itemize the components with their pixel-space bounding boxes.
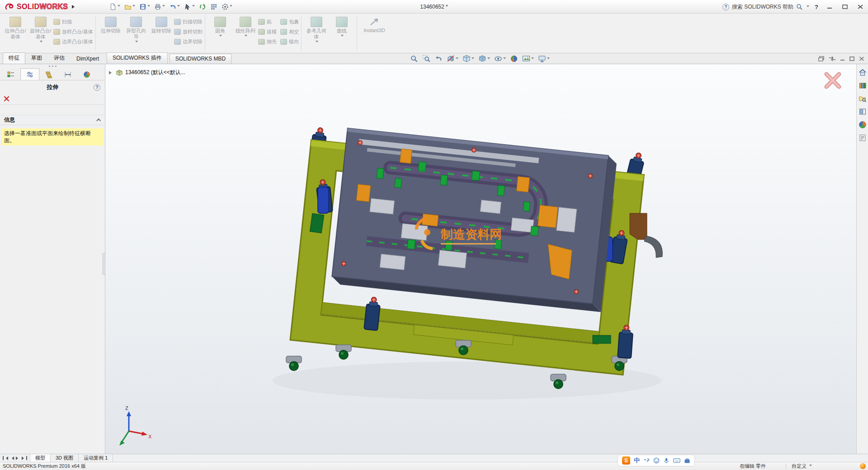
shell-button[interactable]: 抽壳 <box>258 38 277 45</box>
property-manager-help-icon[interactable]: ? <box>94 84 100 91</box>
tab-addins[interactable]: SOLIDWORKS 插件 <box>107 52 168 64</box>
doc-window-minimize-icon[interactable] <box>840 56 845 61</box>
mirror-button[interactable]: 镜向 <box>280 38 299 45</box>
feature-tree-overlay[interactable]: 13460652 (默认<<默认... <box>109 69 185 76</box>
tab-sketch[interactable]: 草图 <box>25 52 48 64</box>
view-orientation-button[interactable] <box>462 54 475 63</box>
confirmation-corner-cancel-icon[interactable] <box>823 70 843 90</box>
chevron-down-icon[interactable] <box>807 5 809 9</box>
file-explorer-icon[interactable] <box>859 95 866 102</box>
panel-splitter-handle[interactable] <box>103 253 105 275</box>
window-maximize-button[interactable] <box>839 2 851 11</box>
new-document-button[interactable] <box>108 1 122 12</box>
fillet-button[interactable]: 圆角 <box>208 14 233 52</box>
search-box[interactable]: ? 搜索 SOLIDWORKS 帮助 <box>722 3 809 11</box>
draft-button[interactable]: 拔模 <box>258 28 277 35</box>
next-tab-button[interactable] <box>16 456 20 460</box>
display-style-button[interactable] <box>477 54 491 63</box>
sogou-ball-icon[interactable] <box>860 463 866 469</box>
design-library-icon[interactable] <box>859 82 866 89</box>
model-3d-view[interactable]: 制造资料网 Z X <box>105 64 856 454</box>
fixture-plate[interactable] <box>331 128 618 312</box>
view-settings-button[interactable] <box>537 54 551 63</box>
punctuation-icon[interactable] <box>643 457 650 464</box>
wrap-button[interactable]: 包裹 <box>280 19 299 25</box>
help-button[interactable]: ? <box>813 4 820 10</box>
save-button[interactable] <box>138 1 151 12</box>
message-section-header[interactable]: 信息 <box>0 115 105 125</box>
home-icon[interactable] <box>859 69 867 76</box>
keyboard-icon[interactable] <box>673 458 680 463</box>
lofted-boss-button[interactable]: 放样凸台/基体 <box>53 28 93 35</box>
rib-button[interactable]: 筋 <box>258 19 277 25</box>
graphics-viewport[interactable]: 13460652 (默认<<默认... <box>105 64 856 454</box>
first-tab-button[interactable] <box>3 456 8 460</box>
search-icon[interactable] <box>796 4 803 10</box>
print-button[interactable] <box>153 1 166 12</box>
tab-dimxpert[interactable]: DimXpert <box>71 54 105 64</box>
tab-3d-views[interactable]: 3D 视图 <box>51 454 79 462</box>
ed it-appearance-button[interactable] <box>509 54 519 63</box>
previous-view-button[interactable] <box>434 54 443 63</box>
tab-model[interactable]: 模型 <box>30 454 51 462</box>
feature-manager-tab[interactable] <box>1 68 20 80</box>
cancel-command-button[interactable] <box>4 96 9 102</box>
display-manager-tab[interactable] <box>77 68 96 80</box>
select-button[interactable] <box>183 1 196 12</box>
property-manager-tab[interactable] <box>20 68 39 80</box>
doc-window-maximize-icon[interactable] <box>849 56 855 61</box>
doc-window-close-icon[interactable] <box>859 56 864 61</box>
file-properties-button[interactable] <box>209 1 219 12</box>
boundary-boss-button[interactable]: 边界凸台/基体 <box>53 38 93 45</box>
doc-window-switch-icon[interactable] <box>829 56 836 61</box>
appearances-icon[interactable] <box>859 121 866 128</box>
curves-button[interactable]: 曲线 <box>329 14 354 52</box>
last-tab-button[interactable] <box>22 456 27 460</box>
sogou-logo-icon[interactable]: S <box>622 456 630 465</box>
hide-show-items-button[interactable] <box>493 54 507 63</box>
window-close-button[interactable] <box>854 2 866 11</box>
revolved-cut-button[interactable]: 旋转切除 <box>149 14 174 52</box>
options-button[interactable] <box>220 1 234 12</box>
chevron-down-icon <box>316 41 318 44</box>
expand-arrow-icon[interactable] <box>109 71 113 75</box>
section-view-button[interactable] <box>446 54 459 63</box>
undo-button[interactable] <box>168 1 181 12</box>
dimxpert-manager-tab[interactable] <box>58 68 77 80</box>
reference-geometry-button[interactable]: 参考几何体 <box>304 14 329 52</box>
emoji-icon[interactable] <box>653 457 660 464</box>
extruded-boss-button[interactable]: 拉伸凸台/基体 <box>3 14 28 52</box>
mic-icon[interactable] <box>663 457 670 464</box>
panel-grip[interactable] <box>0 64 105 68</box>
tab-evaluate[interactable]: 评估 <box>48 52 71 64</box>
swept-boss-button[interactable]: 扫描 <box>53 19 93 25</box>
doc-window-restore-icon[interactable] <box>818 56 825 61</box>
linear-pattern-button[interactable]: 线性阵列 <box>233 14 258 52</box>
view-palette-icon[interactable] <box>859 108 866 115</box>
tab-features[interactable]: 特征 <box>3 52 25 64</box>
revolved-boss-button[interactable]: 旋转凸台/基体 <box>28 14 53 52</box>
configuration-manager-tab[interactable] <box>39 68 58 80</box>
swept-cut-button[interactable]: 扫描切除 <box>174 19 203 25</box>
previous-tab-button[interactable] <box>10 456 14 460</box>
boundary-cut-button[interactable]: 边界切除 <box>174 38 203 45</box>
instant3d-button[interactable]: Instant3D <box>359 14 389 52</box>
window-minimize-button[interactable] <box>824 2 835 11</box>
tab-mbd[interactable]: SOLIDWORKS MBD <box>170 54 231 64</box>
custom-properties-icon[interactable] <box>859 134 866 141</box>
extruded-cut-button[interactable]: 拉伸切除 <box>98 14 123 52</box>
hole-wizard-button[interactable]: 异型孔向导 <box>123 14 149 52</box>
feature-tree-root-label[interactable]: 13460652 (默认<<默认... <box>125 69 185 76</box>
ime-mode-toggle[interactable]: 中 <box>634 456 640 465</box>
tab-motion-study[interactable]: 运动算例 1 <box>79 454 113 462</box>
open-button[interactable] <box>123 1 137 12</box>
zoom-fit-button[interactable] <box>409 54 419 63</box>
zoom-area-button[interactable] <box>421 54 431 63</box>
lofted-cut-button[interactable]: 放样切割 <box>174 28 203 35</box>
toolbox-icon[interactable] <box>684 458 690 464</box>
rebuild-button[interactable] <box>198 1 208 12</box>
apply-scene-button[interactable] <box>521 54 535 63</box>
customize-menu[interactable]: 自定义 <box>792 463 812 470</box>
intersect-button[interactable]: 相交 <box>280 28 299 35</box>
brand-expand-arrow-icon[interactable] <box>72 5 76 9</box>
